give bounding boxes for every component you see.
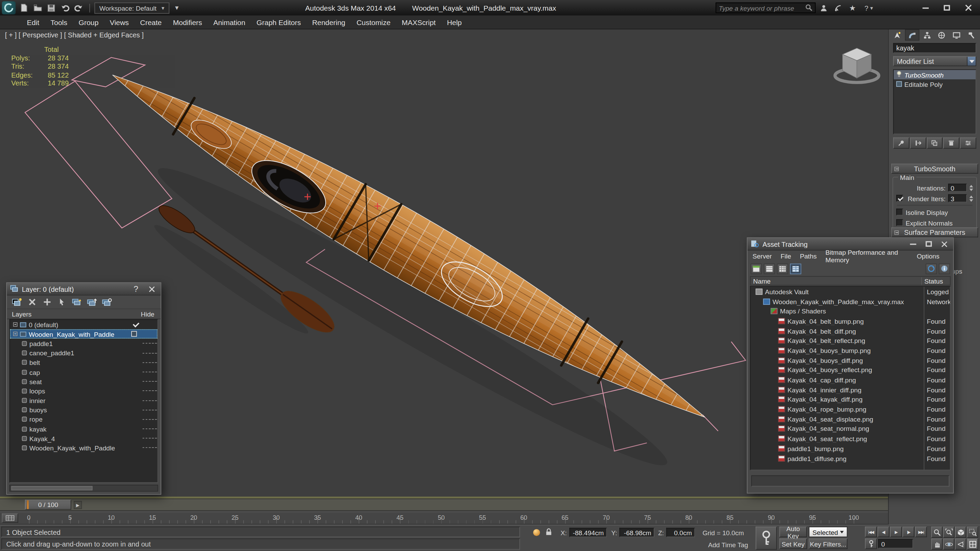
asset-row[interactable]: Kayak_04_seat_displace.pngFound bbox=[751, 414, 950, 424]
tab-create-icon[interactable] bbox=[891, 30, 904, 40]
menu-modifiers[interactable]: Modifiers bbox=[167, 16, 208, 28]
ats-view-table-icon[interactable] bbox=[751, 263, 762, 274]
maximize-button[interactable] bbox=[936, 1, 958, 15]
ats-minimize-button[interactable] bbox=[907, 239, 919, 249]
tab-motion-icon[interactable] bbox=[935, 30, 948, 40]
object-name-field[interactable] bbox=[893, 43, 976, 53]
workspace-selector[interactable]: Workspace: Default ▾ bbox=[94, 2, 169, 13]
auto-key-button[interactable]: Auto Key bbox=[780, 527, 807, 537]
layer-up-icon[interactable] bbox=[86, 296, 97, 308]
ats-close-icon[interactable] bbox=[938, 239, 950, 249]
layer-object-row[interactable]: loops bbox=[10, 386, 158, 396]
go-to-start-icon[interactable]: |◀◀ bbox=[865, 527, 877, 537]
new-file-icon[interactable] bbox=[18, 2, 30, 14]
asset-row[interactable]: paddle1_bump.pngFound bbox=[751, 443, 950, 454]
workspace-menu-arrow-icon[interactable]: ▾ bbox=[171, 2, 183, 14]
menu-edit[interactable]: Edit bbox=[21, 16, 45, 28]
asset-row[interactable]: Kayak_04_buoys_bump.pngFound bbox=[751, 345, 950, 355]
rollout-turbosmooth[interactable]: TurboSmooth bbox=[891, 164, 978, 174]
select-highlighted-icon[interactable] bbox=[56, 296, 68, 308]
asset-row[interactable]: Wooden_Kayak_with_Paddle_max_vray.maxNet… bbox=[751, 297, 950, 306]
close-button[interactable] bbox=[957, 1, 978, 15]
menu-create[interactable]: Create bbox=[134, 16, 167, 28]
asset-row[interactable]: Kayak_04_buoys_diff.pngFound bbox=[751, 355, 950, 365]
layer-object-row[interactable]: paddle1 bbox=[10, 339, 158, 348]
set-key-button[interactable]: Set Key bbox=[780, 538, 807, 549]
ats-menu-options[interactable]: Options bbox=[917, 252, 939, 260]
set-current-layer-icon[interactable] bbox=[71, 296, 83, 308]
sign-in-icon[interactable] bbox=[818, 2, 830, 14]
layer-window-titlebar[interactable]: Layer: 0 (default) ? bbox=[7, 283, 161, 295]
add-to-layer-icon[interactable] bbox=[41, 296, 52, 308]
go-to-end-icon[interactable]: ▶▶| bbox=[915, 527, 927, 537]
next-frame-icon[interactable]: |▶ bbox=[902, 527, 915, 537]
menu-group[interactable]: Group bbox=[73, 16, 104, 28]
modifier-list-dropdown[interactable]: Modifier List bbox=[893, 56, 976, 66]
menu-help[interactable]: Help bbox=[441, 16, 468, 28]
ats-view-grid-icon[interactable] bbox=[777, 263, 788, 274]
layer-help-button[interactable]: ? bbox=[130, 284, 142, 294]
field-of-view-icon[interactable] bbox=[955, 538, 966, 549]
asset-row[interactable]: Kayak_04_belt_reflect.pngFound bbox=[751, 336, 950, 346]
layer-object-row[interactable]: innier bbox=[10, 396, 158, 405]
tab-utilities-icon[interactable] bbox=[964, 30, 978, 40]
menu-graph-editors[interactable]: Graph Editors bbox=[251, 16, 306, 28]
layer-close-icon[interactable] bbox=[146, 284, 158, 294]
pin-stack-icon[interactable] bbox=[893, 137, 909, 149]
time-slider-handle[interactable]: 0 / 100 bbox=[25, 500, 72, 510]
asset-row[interactable]: Autodesk VaultLogged Out bbox=[751, 287, 950, 297]
layer-object-row[interactable]: rope bbox=[10, 415, 158, 424]
asset-row[interactable]: Kayak_04_seat_reflect.pngFound bbox=[751, 433, 950, 443]
remove-modifier-icon[interactable] bbox=[943, 137, 959, 149]
current-frame-field[interactable]: 0 bbox=[878, 539, 913, 548]
ats-refresh-icon[interactable] bbox=[926, 263, 937, 274]
previous-frame-icon[interactable]: ◀| bbox=[878, 527, 890, 537]
maximize-viewport-icon[interactable] bbox=[967, 538, 978, 549]
y-coordinate-field[interactable]: -68.98cm bbox=[619, 528, 654, 537]
asset-row[interactable]: Kayak_04_innier_diff.pngFound bbox=[751, 385, 950, 395]
menu-maxscript[interactable]: MAXScript bbox=[396, 16, 441, 28]
key-mode-toggle-icon[interactable] bbox=[865, 538, 877, 549]
asset-row[interactable]: Kayak_04_belt_bump.pngFound bbox=[751, 316, 950, 326]
render-iters-field[interactable]: 3 bbox=[948, 194, 967, 203]
save-file-icon[interactable] bbox=[45, 2, 57, 14]
3ds-max-logo-icon[interactable] bbox=[2, 2, 16, 14]
layer-object-row[interactable]: Wooden_Kayak_with_Paddle bbox=[10, 443, 158, 453]
menu-views[interactable]: Views bbox=[104, 16, 134, 28]
x-coordinate-field[interactable]: -88.494cm bbox=[570, 528, 607, 537]
asset-row[interactable]: Kayak_04_cap_diff.pngFound bbox=[751, 375, 950, 385]
asset-row[interactable]: Kayak_04_buoys_reflect.pngFound bbox=[751, 365, 950, 375]
ats-menu-bitmap-performance[interactable]: Bitmap Performance and Memory bbox=[826, 249, 908, 264]
ats-menu-paths[interactable]: Paths bbox=[800, 252, 817, 260]
zoom-extents-icon[interactable] bbox=[955, 527, 966, 538]
make-unique-icon[interactable] bbox=[927, 137, 943, 149]
rollout-surface-parameters[interactable]: Surface Parameters bbox=[891, 227, 978, 237]
asset-row[interactable]: paddle1_diffuse.pngFound bbox=[751, 453, 950, 463]
pan-icon[interactable] bbox=[931, 538, 943, 549]
menu-animation[interactable]: Animation bbox=[208, 16, 251, 28]
delete-layer-icon[interactable] bbox=[26, 296, 37, 308]
ats-maximize-button[interactable] bbox=[923, 239, 935, 249]
ats-view-list-icon[interactable] bbox=[764, 263, 775, 274]
key-set-dropdown[interactable]: Selected bbox=[808, 527, 847, 537]
search-binoculars-icon[interactable] bbox=[805, 3, 813, 12]
layer-row-wooden-kayak[interactable]: Wooden_Kayak_with_Paddle bbox=[10, 329, 158, 339]
redo-icon[interactable] bbox=[73, 2, 85, 14]
asset-row[interactable]: Kayak_04_seat_normal.pngFound bbox=[751, 424, 950, 434]
open-file-icon[interactable] bbox=[31, 2, 44, 14]
ats-menu-file[interactable]: File bbox=[780, 252, 791, 260]
expand-icon[interactable] bbox=[13, 322, 18, 327]
viewport-label[interactable]: [ + ] [ Perspective ] [ Shaded + Edged F… bbox=[5, 31, 144, 39]
z-coordinate-field[interactable]: 0.0cm bbox=[667, 528, 695, 537]
layer-object-row[interactable]: seat bbox=[10, 376, 158, 386]
menu-tools[interactable]: Tools bbox=[45, 16, 73, 28]
tab-modify-icon[interactable] bbox=[905, 30, 919, 40]
asset-row[interactable]: Maps / Shaders bbox=[751, 306, 950, 316]
scrollbar-thumb[interactable] bbox=[11, 486, 93, 491]
expand-icon[interactable] bbox=[13, 332, 18, 337]
modifier-turbosmooth[interactable]: TurboSmooth bbox=[894, 70, 975, 79]
key-filters-button[interactable]: Key Filters... bbox=[808, 538, 847, 549]
tab-hierarchy-icon[interactable] bbox=[920, 30, 934, 40]
ats-menu-server[interactable]: Server bbox=[752, 252, 772, 260]
favorites-star-icon[interactable]: ★ bbox=[846, 2, 859, 14]
